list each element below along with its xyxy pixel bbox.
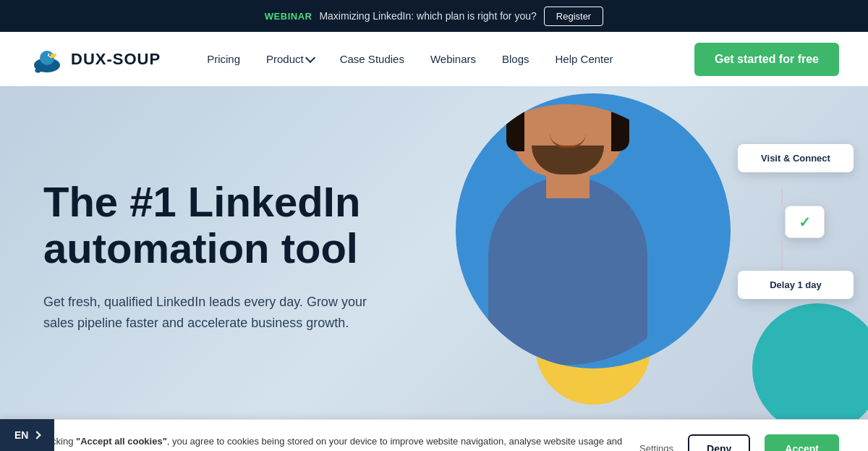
nav-help[interactable]: Help Center [545, 47, 624, 71]
announcement-text: Maximizing LinkedIn: which plan is right… [319, 10, 536, 22]
register-button[interactable]: Register [544, 7, 603, 26]
navbar: DUX-SOUP Pricing Product Case Studies We… [0, 32, 868, 86]
connector-line-2 [781, 238, 783, 270]
language-code: EN [14, 429, 28, 441]
decoration-circle-teal [752, 303, 868, 419]
cookie-text: By clicking "Accept all cookies", you ag… [29, 434, 625, 451]
hero-content: The #1 LinkedIn automation tool Get fres… [0, 86, 477, 419]
language-selector[interactable]: EN [0, 419, 54, 451]
hero-title: The #1 LinkedIn automation tool [43, 179, 434, 271]
chevron-down-icon [305, 53, 315, 63]
get-started-button[interactable]: Get started for free [694, 43, 839, 76]
hero-section: The #1 LinkedIn automation tool Get fres… [0, 86, 868, 419]
logo[interactable]: DUX-SOUP [29, 45, 161, 74]
check-icon: ✓ [799, 214, 811, 231]
nav-links: Pricing Product Case Studies Webinars Bl… [197, 47, 694, 71]
ui-card-visit-connect: Visit & Connect [738, 144, 854, 172]
cookie-deny-button[interactable]: Deny [688, 434, 750, 452]
webinar-badge: WEBINAR [265, 11, 312, 22]
svg-point-4 [49, 54, 51, 56]
person-image [456, 104, 698, 365]
cookie-settings-button[interactable]: Settings [639, 443, 673, 451]
hero-illustration: Visit & Connect ✓ Delay 1 day [477, 86, 868, 419]
nav-webinars[interactable]: Webinars [420, 47, 486, 71]
hero-description: Get fresh, qualified LinkedIn leads ever… [43, 292, 391, 334]
ui-card-check: ✓ [785, 206, 825, 238]
nav-case-studies[interactable]: Case Studies [330, 47, 414, 71]
decoration-circle-blue [456, 93, 731, 368]
logo-text: DUX-SOUP [71, 50, 161, 69]
connector-line-1 [781, 190, 783, 206]
chevron-right-icon [33, 431, 41, 439]
logo-icon [29, 45, 65, 74]
nav-product[interactable]: Product [256, 47, 324, 71]
nav-blogs[interactable]: Blogs [492, 47, 540, 71]
nav-pricing[interactable]: Pricing [197, 47, 250, 71]
cookie-banner: By clicking "Accept all cookies", you ag… [0, 419, 868, 451]
cookie-accept-button[interactable]: Accept [765, 434, 839, 452]
announcement-bar: WEBINAR Maximizing LinkedIn: which plan … [0, 0, 868, 32]
ui-card-delay: Delay 1 day [738, 271, 854, 299]
